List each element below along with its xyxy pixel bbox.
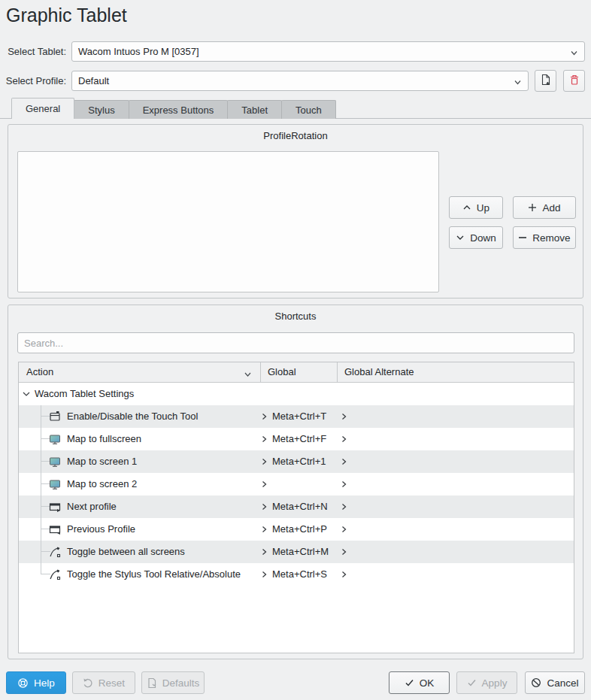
reset-button[interactable]: Reset — [72, 671, 135, 694]
action-label: Next profile — [67, 495, 117, 518]
tab-label: Touch — [296, 105, 322, 116]
new-profile-button[interactable] — [535, 70, 556, 92]
global-shortcut: Meta+Ctrl+N — [272, 495, 328, 518]
rotation-add-button[interactable]: Add — [513, 196, 576, 219]
cancel-button[interactable]: Cancel — [525, 671, 585, 694]
shortcuts-table: Action Global Global Alternate Wacom Tab… — [18, 362, 574, 653]
apply-button[interactable]: Apply — [456, 671, 517, 694]
global-shortcut: Meta+Ctrl+P — [272, 518, 327, 541]
shortcut-row[interactable]: Map to screen 1 Meta+Ctrl+1 — [19, 450, 574, 473]
action-label: Enable/Disable the Touch Tool — [67, 405, 198, 428]
page-title: Graphic Tablet — [6, 5, 127, 26]
help-button[interactable]: Help — [6, 671, 66, 694]
tab-label: Stylus — [88, 105, 114, 116]
defaults-icon — [147, 677, 157, 689]
defaults-button[interactable]: Defaults — [141, 671, 205, 694]
help-icon — [17, 677, 29, 689]
chevron-right-icon[interactable] — [341, 480, 347, 491]
shortcut-rows: Enable/Disable the Touch Tool Meta+Ctrl+… — [19, 405, 574, 586]
shortcut-row[interactable]: Enable/Disable the Touch Tool Meta+Ctrl+… — [19, 405, 574, 428]
global-shortcut: Meta+Ctrl+S — [272, 563, 327, 586]
column-separator — [260, 362, 261, 383]
chevron-up-icon — [462, 204, 471, 211]
chevron-right-icon[interactable] — [341, 502, 347, 514]
action-label: Toggle the Stylus Tool Relative/Absolute — [67, 563, 241, 586]
stylus-toggle-icon — [49, 568, 61, 580]
rotation-up-label: Up — [477, 202, 489, 214]
chevron-right-icon[interactable] — [261, 547, 268, 559]
column-separator — [337, 362, 338, 383]
profile-rotation-list[interactable] — [17, 151, 439, 292]
chevron-right-icon[interactable] — [261, 412, 268, 423]
tree-parent-label: Wacom Tablet Settings — [35, 383, 134, 405]
delete-profile-button[interactable] — [563, 70, 585, 92]
ok-button[interactable]: OK — [389, 671, 450, 694]
expander-down-icon[interactable] — [21, 389, 32, 399]
tab-tablet[interactable]: Tablet — [227, 100, 282, 119]
chevron-right-icon[interactable] — [261, 457, 268, 468]
profile-rotation-group: ProfileRotation Up Add Down Remove — [8, 124, 583, 298]
tab-express-buttons[interactable]: Express Buttons — [129, 100, 229, 119]
select-profile-label: Select Profile: — [3, 71, 66, 91]
global-shortcut: Meta+Ctrl+T — [272, 405, 326, 428]
rotation-down-button[interactable]: Down — [449, 226, 503, 249]
chevron-right-icon[interactable] — [341, 457, 347, 468]
chevron-right-icon[interactable] — [261, 435, 268, 446]
chevron-right-icon[interactable] — [341, 547, 347, 559]
reset-label: Reset — [98, 677, 125, 689]
action-label: Map to screen 1 — [67, 450, 137, 473]
shortcut-row[interactable]: Toggle the Stylus Tool Relative/Absolute… — [19, 563, 574, 586]
check-icon — [467, 678, 477, 687]
chevron-right-icon[interactable] — [261, 502, 268, 514]
monitor-icon — [49, 478, 61, 490]
help-label: Help — [34, 677, 55, 689]
table-header: Action Global Global Alternate — [19, 362, 574, 383]
action-label: Previous Profile — [67, 518, 135, 541]
stylus-toggle-icon — [49, 546, 61, 558]
monitor-icon — [49, 433, 61, 445]
chevron-right-icon[interactable] — [261, 570, 268, 581]
tablet-combobox[interactable]: Wacom Intuos Pro M [0357] — [71, 41, 585, 62]
apply-label: Apply — [482, 677, 508, 689]
chevron-right-icon[interactable] — [261, 525, 268, 536]
select-tablet-label: Select Tablet: — [3, 41, 66, 62]
tab-bar: General Stylus Express Buttons Tablet To… — [11, 98, 336, 119]
shortcuts-group: Shortcuts Action Global Global Alternate… — [8, 305, 583, 659]
tab-stylus[interactable]: Stylus — [74, 100, 129, 119]
chevron-down-icon — [456, 234, 465, 241]
plus-icon — [528, 203, 537, 212]
rotation-down-label: Down — [470, 232, 496, 244]
chevron-right-icon[interactable] — [341, 525, 347, 536]
shortcut-row[interactable]: Toggle between all screens Meta+Ctrl+M — [19, 541, 574, 563]
tab-general[interactable]: General — [11, 98, 74, 119]
tree-parent-row[interactable]: Wacom Tablet Settings — [19, 383, 574, 405]
column-header-action[interactable]: Action — [26, 362, 53, 382]
shortcut-row[interactable]: Map to screen 2 — [19, 473, 574, 495]
action-label: Map to screen 2 — [67, 473, 137, 495]
chevron-right-icon[interactable] — [341, 435, 347, 446]
tab-label: Express Buttons — [143, 105, 214, 116]
column-header-global-alternate[interactable]: Global Alternate — [344, 362, 414, 382]
chevron-right-icon[interactable] — [341, 570, 347, 581]
search-input[interactable] — [17, 332, 574, 353]
monitor-icon — [49, 456, 61, 468]
cancel-label: Cancel — [547, 677, 578, 689]
shortcut-row[interactable]: Map to fullscreen Meta+Ctrl+F — [19, 428, 574, 450]
global-shortcut: Meta+Ctrl+F — [272, 428, 326, 450]
tab-touch[interactable]: Touch — [281, 100, 336, 119]
undo-icon — [83, 677, 93, 688]
shortcut-row[interactable]: Previous Profile Meta+Ctrl+P — [19, 518, 574, 541]
chevron-right-icon[interactable] — [261, 480, 268, 491]
rotation-up-button[interactable]: Up — [449, 196, 503, 219]
shortcut-row[interactable]: Next profile Meta+Ctrl+N — [19, 495, 574, 518]
rotation-add-label: Add — [542, 202, 560, 214]
chevron-right-icon[interactable] — [341, 412, 347, 423]
ok-label: OK — [420, 677, 435, 689]
rotation-remove-button[interactable]: Remove — [513, 226, 576, 249]
action-label: Map to fullscreen — [67, 428, 141, 450]
document-new-icon — [540, 74, 552, 88]
profile-combobox-value: Default — [78, 75, 109, 86]
profile-combobox[interactable]: Default — [71, 71, 529, 91]
column-header-global[interactable]: Global — [268, 362, 296, 382]
chevron-down-icon — [570, 48, 578, 59]
